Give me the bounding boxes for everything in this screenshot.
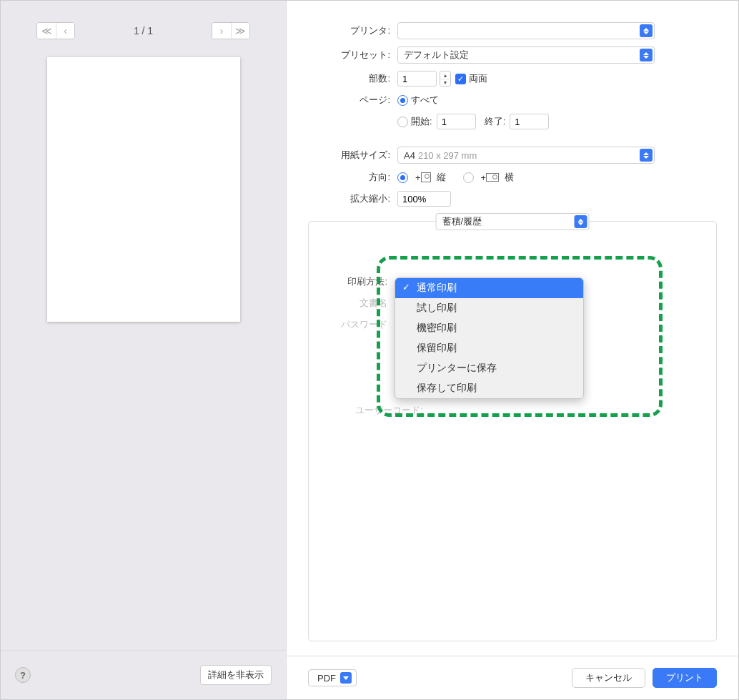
paper-label: 用紙サイズ: [315, 149, 397, 162]
cancel-button[interactable]: キャンセル [572, 668, 645, 688]
copies-row: 部数: ▲ ▼ ✓ 両面 [315, 71, 710, 87]
dd-item-store-print[interactable]: 保存して印刷 [395, 378, 583, 398]
print-method-row: 印刷方法: 通常印刷 試し印刷 機密印刷 保留印刷 プリンターに保存 保存して印… [330, 275, 695, 288]
category-value: 蓄積/履歴 [442, 215, 482, 228]
password-label: パスワード [330, 318, 395, 331]
page-counter: 1 / 1 [134, 25, 153, 36]
from-label: 開始: [411, 115, 432, 128]
hide-details-button[interactable]: 詳細を非表示 [200, 665, 272, 685]
step-down-button[interactable]: ▼ [440, 79, 450, 86]
preset-select[interactable]: デフォルト設定 [397, 46, 655, 64]
preview-panel: ≪ ‹ 1 / 1 › ≫ ? 詳細を非表示 [1, 1, 287, 699]
preset-label: プリセット: [315, 49, 397, 61]
orient-h-label: 横 [505, 171, 514, 184]
dd-item-sample[interactable]: 試し印刷 [395, 298, 583, 318]
page-back-group: ≪ ‹ [36, 22, 75, 39]
chevron-down-icon [340, 672, 352, 684]
pager: ≪ ‹ 1 / 1 › ≫ [1, 1, 286, 50]
paper-select[interactable]: A4 210 x 297 mm [397, 147, 655, 164]
page-fwd-group: › ≫ [212, 22, 250, 39]
first-page-button[interactable]: ≪ [37, 23, 56, 39]
chevron-updown-icon [640, 149, 653, 162]
category-select[interactable]: 蓄積/履歴 [436, 213, 590, 230]
landscape-icon [486, 173, 499, 182]
help-button[interactable]: ? [15, 667, 31, 683]
orient-portrait-radio[interactable] [397, 172, 408, 183]
orient-label: 方向: [315, 171, 397, 184]
storage-panel: 蓄積/履歴 印刷方法: 通常印刷 試し印刷 機密印刷 保留印刷 プリンターに保存 [308, 221, 717, 641]
to-label: 終了: [485, 115, 506, 128]
orient-landscape-radio[interactable] [463, 172, 474, 183]
to-input[interactable] [510, 114, 549, 129]
paper-row: 用紙サイズ: A4 210 x 297 mm [315, 147, 710, 164]
printer-label: プリンタ: [315, 24, 397, 37]
print-dialog: ≪ ‹ 1 / 1 › ≫ ? 詳細を非表示 プリンタ: [0, 0, 739, 700]
copies-label: 部数: [315, 72, 397, 85]
pages-range-radio[interactable] [397, 117, 408, 127]
usercode-label: ユーザーコード: [330, 404, 430, 417]
printer-row: プリンタ: [315, 22, 710, 39]
scale-input[interactable] [397, 191, 451, 207]
paper-value: A4 [404, 150, 415, 161]
dd-item-stored[interactable]: プリンターに保存 [395, 358, 583, 378]
step-up-button[interactable]: ▲ [440, 72, 450, 79]
pages-row: ページ: すべて [315, 94, 710, 107]
print-method-dropdown: 通常印刷 試し印刷 機密印刷 保留印刷 プリンターに保存 保存して印刷 [395, 277, 584, 399]
copies-input[interactable] [397, 71, 437, 87]
from-input[interactable] [437, 114, 476, 129]
preset-value: デフォルト設定 [404, 49, 469, 61]
doc-name-label: 文書名 [330, 297, 395, 310]
copies-stepper[interactable]: ▲ ▼ [440, 71, 451, 87]
print-button[interactable]: プリント [653, 668, 717, 688]
orient-row: 方向: + 縦 + 横 [315, 171, 710, 184]
last-page-button[interactable]: ≫ [231, 23, 249, 39]
preview-footer: ? 詳細を非表示 [1, 650, 286, 699]
prev-page-button[interactable]: ‹ [56, 23, 74, 39]
preset-row: プリセット: デフォルト設定 [315, 46, 710, 64]
scale-row: 拡大縮小: [315, 191, 710, 207]
next-page-button[interactable]: › [212, 23, 231, 39]
chevron-updown-icon [640, 49, 653, 61]
chevron-updown-icon [640, 24, 653, 37]
orient-v-label: 縦 [437, 171, 446, 184]
paper-dims: 210 x 297 mm [418, 150, 477, 161]
print-method-label: 印刷方法: [330, 275, 395, 288]
bottom-bar: PDF キャンセル プリント [287, 656, 738, 699]
pages-all-label: すべて [411, 94, 439, 107]
form-area: プリンタ: プリセット: デフォルト設定 部数: [287, 1, 738, 221]
page-preview [47, 57, 240, 322]
pages-label: ページ: [315, 94, 397, 107]
pdf-dropdown[interactable]: PDF [308, 669, 357, 686]
usercode-row: ユーザーコード: [330, 404, 695, 417]
pages-range-row: 開始: 終了: [315, 114, 710, 129]
duplex-checkbox[interactable]: ✓ [455, 74, 466, 84]
printer-value [404, 24, 460, 37]
dd-item-hold[interactable]: 保留印刷 [395, 338, 583, 358]
dd-item-normal[interactable]: 通常印刷 [395, 278, 583, 298]
chevron-updown-icon [575, 215, 587, 228]
settings-panel: プリンタ: プリセット: デフォルト設定 部数: [287, 1, 738, 699]
duplex-label: 両面 [469, 72, 487, 85]
main-area: ≪ ‹ 1 / 1 › ≫ ? 詳細を非表示 プリンタ: [1, 1, 738, 699]
scale-label: 拡大縮小: [315, 192, 397, 205]
pdf-label: PDF [317, 673, 336, 684]
pages-all-radio[interactable] [397, 95, 408, 106]
portrait-icon [421, 172, 431, 182]
dd-item-locked[interactable]: 機密印刷 [395, 318, 583, 338]
printer-select[interactable] [397, 22, 655, 39]
